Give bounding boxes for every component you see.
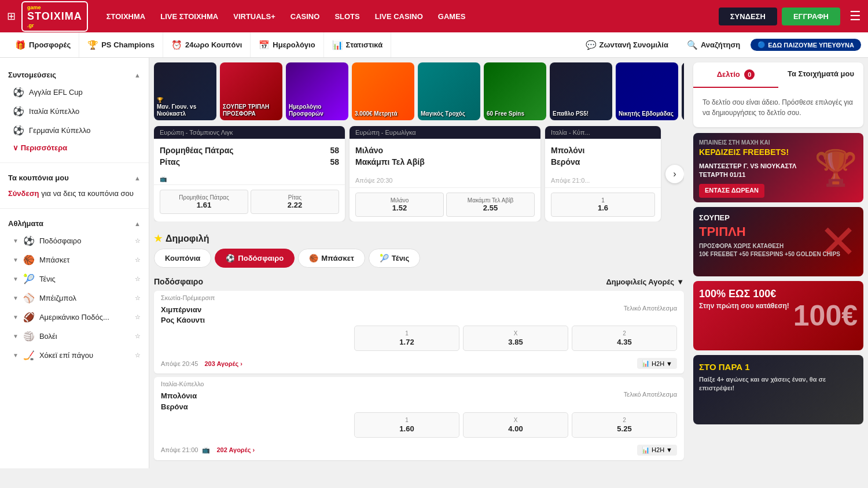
popular-header: ★ Δημοφιλή: [154, 228, 684, 249]
nav-games[interactable]: GAMES: [431, 8, 473, 25]
bet-slip-tab-deltio[interactable]: Δελτίο 0: [693, 62, 778, 88]
football-icon-1: ⚽: [13, 87, 24, 98]
nav-live-chat[interactable]: 💬 Ζωντανή Συνομιλία: [578, 40, 676, 50]
chevron-up-icon-3: ▲: [134, 220, 141, 227]
sidebar-sport-hockey[interactable]: ▼ 🏒 Χόκεϊ επί πάγου ☆: [0, 346, 149, 365]
sidebar-item-germany-cup[interactable]: ⚽ Γερμανία Κύπελλο: [0, 121, 149, 140]
match-odd-2-x[interactable]: Χ 4.00: [463, 412, 568, 438]
match-odds-spacer: [161, 326, 351, 351]
bet-slip-tab-my-bets[interactable]: Τα Στοιχήματά μου: [778, 62, 863, 88]
match-odd-1-x[interactable]: Χ 3.85: [463, 326, 568, 351]
sidebar-more[interactable]: ∨ Περισσότερα: [0, 140, 149, 156]
sport-tabs: Κουπόνια ⚽ Ποδόσφαιρο 🏀 Μπάσκετ 🎾 Τένις: [154, 249, 684, 268]
live-odd-btn-3-1[interactable]: 1 1.6: [551, 193, 655, 217]
nav-search[interactable]: 🔍 Αναζήτηση: [679, 40, 748, 50]
secondary-nav: 🎁 Προσφορές 🏆 PS Champions ⏰ 24ωρο Κουπό…: [0, 32, 868, 58]
nav-virtuals[interactable]: VIRTUALS+: [226, 8, 282, 25]
vip-badge[interactable]: 🔵 ΕΔΩ ΠΑΙΖΟΥΜΕ ΥΠΕΥΘΥΝΑ: [751, 39, 861, 51]
match-odd-1-2[interactable]: 2 4.35: [572, 326, 677, 351]
match-odd-2-2[interactable]: 2 5.25: [572, 412, 677, 438]
register-button[interactable]: ΕΓΓΡΑΦΗ: [782, 8, 840, 25]
live-time-2: Απόψε 20:30: [350, 173, 540, 187]
live-card-mpolonia: Ιταλία - Κύπ... Μπολόνι Βερόνα Απόψε 21:…: [545, 126, 661, 221]
football-sport-icon: ⚽: [23, 235, 35, 246]
live-odd-btn-1-1[interactable]: Προμηθέας Πάτρας 1.61: [160, 190, 248, 214]
stats-icon: 📊: [332, 40, 343, 50]
promo-offer-counter[interactable]: Ημερολόγιο Προσφορών: [286, 62, 348, 120]
coupons-header[interactable]: Τα κουπόνια μου ▲: [0, 170, 149, 186]
chevron-down-markets: ▼: [676, 278, 684, 286]
live-card-header-2: Ευρώπη - Ευρωλίγκα: [350, 126, 540, 139]
more-markets-2[interactable]: 202 Αγορές ›: [217, 446, 255, 453]
sidebar-login-link[interactable]: Σύνδεση: [8, 189, 39, 198]
live-odd-btn-1-2[interactable]: Ρίτας 2.22: [251, 190, 339, 214]
tab-football[interactable]: ⚽ Ποδόσφαιρο: [215, 249, 295, 268]
nav-prosfores[interactable]: 🎁 Προσφορές: [7, 32, 79, 57]
match-league-2: Ιταλία-Κύπελλο: [154, 377, 684, 387]
search-icon: 🔍: [687, 40, 698, 50]
sports-header[interactable]: Αθλήματα ▲: [0, 216, 149, 231]
promo-banner-super-triple[interactable]: ΣΟΥΠΕΡ ΤΡΙΠΛΗ ΠΡΟΣΦΟΡΑ ΧΩΡΙΣ ΚΑΤΑΘΕΣΗ 10…: [693, 207, 863, 276]
promo-super-triple[interactable]: ΣΟΥΠΕΡ ΤΡΙΠΛΗ ΠΡΟΣΦΟΡΑ: [220, 62, 282, 120]
match-odd-2-1[interactable]: 1 1.60: [354, 412, 459, 438]
nav-casino[interactable]: CASINO: [284, 8, 327, 25]
chevron-down-tennis: ▼: [13, 276, 19, 282]
more-markets-1[interactable]: 203 Αγορές ›: [204, 360, 242, 367]
chevron-down-volleyball: ▼: [13, 333, 19, 339]
logo-sub: game: [27, 5, 82, 10]
nav-live-stoixima[interactable]: LIVE ΣΤΟΙΧΗΜΑ: [153, 8, 225, 25]
promo-winner[interactable]: Νικητής Εβδομάδας: [616, 62, 678, 120]
nav-slots[interactable]: SLOTS: [328, 8, 366, 25]
nav-24h-coupon[interactable]: ⏰ 24ωρο Κουπόνι: [163, 32, 251, 57]
live-odd-btn-2-2[interactable]: Μακάμπι Τελ Αβίβ 2.55: [446, 193, 535, 217]
sidebar-sport-tennis[interactable]: ▼ 🎾 Τένις ☆: [0, 269, 149, 289]
nav-live-casino[interactable]: LIVE CASINO: [368, 8, 430, 25]
match-odd-1-1[interactable]: 1 1.72: [354, 326, 459, 351]
live-time-3: Απόψε 21:0...: [545, 173, 661, 187]
logo[interactable]: game STOIXIMA .gr: [21, 1, 88, 32]
live-card-promethe: Ευρώπη - Τσάμπιονς Λιγκ Προμηθέας Πάτρας…: [154, 126, 345, 221]
promo-battles[interactable]: Επαθλο PS5!: [550, 62, 612, 120]
sidebar-item-england-efl[interactable]: ⚽ Αγγλία EFL Cup: [0, 83, 149, 102]
popular-markets-btn[interactable]: Δημοφιλείς Αγορές ▼: [606, 278, 684, 286]
promo-banner-para1[interactable]: ΣΤΟ ΠΑΡΑ 1 Παίξε 4+ αγώνες και αν χάσεις…: [693, 355, 863, 424]
promo-banner-100pct[interactable]: 100% ΕΩΣ 100€ Στην πρώτη σου κατάθεση! 1…: [693, 281, 863, 350]
login-button[interactable]: ΣΥΝΔΕΣΗ: [719, 8, 777, 25]
sidebar-sport-basketball[interactable]: ▼ 🏀 Μπάσκετ ☆: [0, 250, 149, 269]
sidebar: Συντομεύσεις ▲ ⚽ Αγγλία EFL Cup ⚽ Ιταλία…: [0, 58, 149, 468]
promo-3000[interactable]: 3.000€ Μετρητά: [352, 62, 414, 120]
tab-basketball[interactable]: 🏀 Μπάσκετ: [298, 249, 365, 268]
nav-ps-champions[interactable]: 🏆 PS Champions: [79, 32, 163, 57]
shortcuts-header[interactable]: Συντομεύσεις ▲: [0, 67, 149, 83]
live-card-header-3: Ιταλία - Κύπ...: [545, 126, 661, 139]
promo-pragmatic[interactable]: Pragmatic Buy Bonus: [682, 62, 684, 120]
ps-banner-cta[interactable]: ΕΝΤΑΣΕ ΔΩΡΕΑΝ: [699, 184, 764, 197]
live-next-arrow[interactable]: ›: [665, 126, 684, 221]
sidebar-sport-amfootball[interactable]: ▼ 🏈 Αμερικάνικο Ποδός... ☆: [0, 308, 149, 327]
hamburger-icon[interactable]: ☰: [849, 9, 861, 24]
nav-calendar[interactable]: 📅 Ημερολόγιο: [251, 32, 323, 57]
sidebar-sport-baseball[interactable]: ▼ ⚾ Μπέιζμπολ ☆: [0, 289, 149, 308]
live-team2-2: Μακάμπι Τελ Αβίβ: [355, 156, 535, 168]
promo-banner-ps-champions[interactable]: ΜΠΑΙΝΕΙΣ ΣΤΗ ΜΑΧΗ ΚΑΙ ΚΕΡΔΙΖΕΙΣ FREEBETS…: [693, 133, 863, 202]
grid-icon[interactable]: ⊞: [7, 10, 16, 23]
live-team1-1: Προμηθέας Πάτρας 58: [160, 145, 339, 156]
star-icon-hockey: ☆: [135, 352, 141, 359]
sidebar-item-italy-cup[interactable]: ⚽ Ιταλία Κύπελλο: [0, 102, 149, 121]
live-odd-btn-2-1[interactable]: Μιλάνο 1.52: [355, 193, 444, 217]
h2h-btn-1[interactable]: 📊 H2H ▼: [637, 358, 677, 369]
match-footer-1: Απόψε 20:45 203 Αγορές › 📊 H2H ▼: [154, 357, 684, 374]
promo-magic-wheel[interactable]: Μαγικός Τροχός: [418, 62, 480, 120]
promo-free-spins[interactable]: 60 Free Spins: [484, 62, 546, 120]
chevron-down-baseball: ▼: [13, 295, 19, 301]
sidebar-sport-volleyball[interactable]: ▼ 🏐 Βολέι ☆: [0, 327, 149, 346]
nav-stoixima[interactable]: ΣΤΟΙΧΗΜΑ: [100, 8, 153, 25]
sidebar-sport-football[interactable]: ▼ ⚽ Ποδόσφαιρο ☆: [0, 231, 149, 250]
promo-ps-champions[interactable]: 🏆 Μαν. Γιουν. vs Νιούκαστλ: [154, 62, 216, 120]
tab-coupons[interactable]: Κουπόνια: [154, 249, 211, 268]
tab-tennis[interactable]: 🎾 Τένις: [369, 249, 420, 268]
nav-statistics[interactable]: 📊 Στατιστικά: [324, 32, 392, 57]
live-team2-1: Ρίτας 58: [160, 156, 339, 168]
h2h-btn-2[interactable]: 📊 H2H ▼: [637, 445, 677, 456]
banner-text-ps: ΜΠΑΙΝΕΙΣ ΣΤΗ ΜΑΧΗ ΚΑΙ ΚΕΡΔΙΖΕΙΣ FREEBETS…: [693, 133, 863, 202]
